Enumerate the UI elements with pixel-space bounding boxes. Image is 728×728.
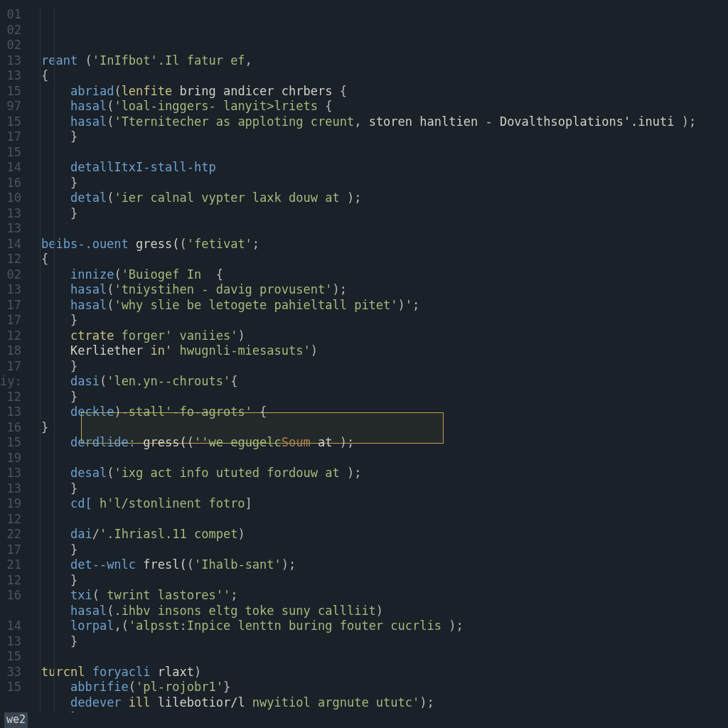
line-number: 14 <box>0 160 21 176</box>
line-number: 19 <box>0 496 21 512</box>
code-line[interactable]: } <box>27 359 728 375</box>
line-number: 13 <box>0 68 21 84</box>
code-line[interactable] <box>27 451 728 466</box>
code-editor[interactable]: 0102021313159715171514161013131412021317… <box>0 0 728 728</box>
code-line[interactable]: } <box>27 542 728 558</box>
code-line[interactable]: } <box>27 420 728 436</box>
code-line[interactable] <box>27 221 728 237</box>
code-line[interactable]: hasal('tniystihen - davig provusent'); <box>27 282 728 298</box>
line-number: 16 <box>0 176 21 191</box>
line-number: 10 <box>0 191 21 206</box>
code-line[interactable]: abriad(lenfite bring andicer chrbers { <box>27 84 728 100</box>
code-area[interactable]: reant ('InIfbot'.Il fatur ef,{ abriad(le… <box>27 7 728 728</box>
code-line[interactable]: } <box>27 481 728 497</box>
code-line[interactable]: desal('ixg act info ututed fordouw at ); <box>27 466 728 481</box>
code-line[interactable]: { <box>27 252 728 267</box>
code-line[interactable]: lorpal,('alpsst:Inpice lenttn buring fou… <box>27 619 728 634</box>
line-number: 02 <box>0 38 21 53</box>
code-line[interactable]: turcnl foryacli rlaxt) <box>27 665 728 680</box>
line-number: 12 <box>0 390 21 405</box>
code-line[interactable]: } <box>27 573 728 589</box>
code-line[interactable]: derdlide: gress((''we egugelcSoum at ); <box>27 435 728 451</box>
line-number: 13 <box>0 634 21 650</box>
code-line[interactable]: } <box>27 634 728 650</box>
code-line[interactable]: } <box>27 313 728 328</box>
code-line[interactable]: hasal('why slie be letogete pahieltall p… <box>27 298 728 314</box>
code-line[interactable]: } <box>27 390 728 405</box>
code-line[interactable]: dasi('len.yn--chrouts'{ <box>27 374 728 390</box>
line-number-gutter: 0102021313159715171514161013131412021317… <box>0 7 27 728</box>
line-number: 16 <box>0 588 21 604</box>
code-line[interactable]: Kerliether in' hwugnli-miesasuts') <box>27 343 728 359</box>
code-line[interactable]: } <box>27 206 728 222</box>
line-number: 15 <box>0 84 21 100</box>
line-number: 13 <box>0 53 21 69</box>
code-line[interactable]: txi( twrint lastores''; <box>27 588 728 604</box>
status-bar: we2 <box>0 712 728 728</box>
line-number: 17 <box>0 313 21 328</box>
code-line[interactable]: reant ('InIfbot'.Il fatur ef, <box>27 53 728 69</box>
code-line[interactable]: dedever ill lilebotior/l nwyitiol argnut… <box>27 695 728 711</box>
status-text: we2 <box>4 712 28 728</box>
line-number: 13 <box>0 466 21 481</box>
code-line[interactable]: innize('Buiogef In { <box>27 267 728 283</box>
line-number: 02 <box>0 267 21 283</box>
line-number: 15 <box>0 114 21 130</box>
code-line[interactable] <box>27 512 728 528</box>
line-number: 18 <box>0 343 21 359</box>
line-number: iy: <box>0 374 21 390</box>
line-number: 13 <box>0 206 21 222</box>
line-number: 17 <box>0 542 21 558</box>
line-number: 17 <box>0 129 21 145</box>
line-number: 15 <box>0 680 21 695</box>
line-number: 15 <box>0 649 21 665</box>
line-number: 17 <box>0 298 21 314</box>
indent-guide <box>40 7 41 712</box>
code-line[interactable]: dai/'.Ihriasl.11 compet) <box>27 527 728 542</box>
line-number: 16 <box>0 420 21 436</box>
line-number: 14 <box>0 619 21 634</box>
code-line[interactable]: } <box>27 176 728 191</box>
code-line[interactable]: hasal(.ihbv insons eltg toke suny callli… <box>27 604 728 619</box>
code-line[interactable]: detal('ier calnal vypter laxk douw at ); <box>27 191 728 206</box>
line-number: 02 <box>0 23 21 38</box>
line-number: 97 <box>0 99 21 114</box>
code-line[interactable]: deckle)-stall'-fo-agrots' { <box>27 405 728 420</box>
line-number: 12 <box>0 252 21 267</box>
code-line[interactable]: hasal('loal-inggers- lanyit>lriets { <box>27 99 728 114</box>
line-number: 13 <box>0 221 21 237</box>
line-number: 13 <box>0 481 21 497</box>
line-number: 15 <box>0 435 21 451</box>
line-number: 15 <box>0 145 21 161</box>
line-number: 12 <box>0 328 21 344</box>
code-line[interactable]: { <box>27 68 728 84</box>
line-number: 19 <box>0 451 21 466</box>
code-line[interactable]: det--wnlc fresl(('Ihalb-sant'); <box>27 557 728 573</box>
code-line[interactable]: abbrifie('pl-rojobr1'} <box>27 680 728 695</box>
code-line[interactable]: hasal('Tternitecher as apploting creunt,… <box>27 114 728 130</box>
line-number: 12 <box>0 512 21 528</box>
code-line[interactable]: ctrate forger' vaniies') <box>27 328 728 344</box>
line-number: 33 <box>0 665 21 680</box>
line-number: 13 <box>0 405 21 420</box>
code-line[interactable]: beibs-.ouent gress(('fetivat'; <box>27 237 728 252</box>
line-number: 13 <box>0 282 21 298</box>
code-line[interactable] <box>27 649 728 665</box>
line-number: 21 <box>0 557 21 573</box>
indent-guide <box>54 7 55 712</box>
line-number: 17 <box>0 359 21 375</box>
code-line[interactable]: } <box>27 129 728 145</box>
line-number: 22 <box>0 527 21 542</box>
code-line[interactable]: cd[ h'l/stonlinent fotro] <box>27 496 728 512</box>
line-number: 12 <box>0 573 21 589</box>
line-number <box>0 604 21 619</box>
line-number: 14 <box>0 237 21 252</box>
line-number: 01 <box>0 7 21 23</box>
code-line[interactable] <box>27 145 728 161</box>
code-line[interactable]: detallItxI-stall-htp <box>27 160 728 176</box>
